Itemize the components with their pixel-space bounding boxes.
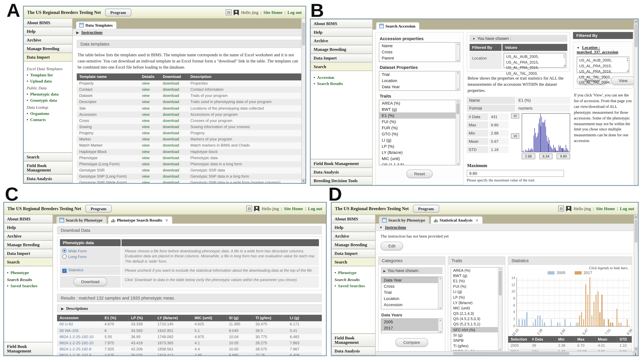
download-link[interactable]: download bbox=[163, 100, 179, 104]
trait-option[interactable]: GTO (%) bbox=[379, 131, 460, 137]
list-option[interactable]: Cross bbox=[379, 49, 460, 55]
category-option[interactable]: Location bbox=[381, 296, 442, 302]
data-years-listbox[interactable]: 20052017 ▲▼ bbox=[381, 318, 442, 333]
download-link[interactable]: download bbox=[163, 181, 179, 184]
view-link[interactable]: view bbox=[142, 137, 150, 141]
sidebar-item[interactable]: Field Book Management bbox=[332, 334, 375, 347]
sidebar-subitem[interactable]: •Genotypic data bbox=[27, 98, 71, 102]
sidebar-item[interactable]: Manage Breeding bbox=[311, 45, 372, 54]
view-link[interactable]: view bbox=[142, 100, 150, 104]
download-link[interactable]: download bbox=[163, 144, 179, 148]
view-link[interactable]: view bbox=[142, 162, 150, 166]
horizontal-scrollbar[interactable]: ❯ bbox=[376, 351, 634, 356]
tab-search-by-phenotype[interactable]: Search by Phenotype bbox=[56, 216, 107, 224]
category-option[interactable]: Accession bbox=[381, 302, 442, 308]
view-link[interactable]: view bbox=[142, 156, 150, 160]
year-option[interactable]: 2017 bbox=[381, 325, 442, 331]
sidebar-subitem[interactable]: •Search Results bbox=[334, 278, 374, 282]
sidebar-subitem[interactable]: •Template list bbox=[27, 73, 71, 77]
list-icon[interactable]: ▤ bbox=[246, 206, 252, 211]
view-link[interactable]: view bbox=[142, 106, 150, 110]
trait-option[interactable]: BWT (g) bbox=[379, 106, 460, 112]
download-link[interactable]: download bbox=[163, 156, 179, 160]
trait-option[interactable]: AREA (%) bbox=[379, 100, 460, 106]
accession-properties-listbox[interactable]: NameCrossParent ▲▼ bbox=[379, 42, 460, 62]
listbox-scrollbar[interactable]: ▲▼ bbox=[438, 277, 442, 309]
download-link[interactable]: download bbox=[163, 137, 179, 141]
accession-link[interactable]: 8824-1-2-25-192-8 bbox=[60, 353, 91, 356]
trait-option[interactable]: QS (4.5,2.5,0,3) bbox=[451, 316, 502, 322]
list-option[interactable]: Name bbox=[379, 43, 460, 49]
compare-button[interactable]: Compare bbox=[396, 338, 428, 347]
traits-listbox[interactable]: AREA (%)BWT (g)E1 (%)FUI (%)FUR (%)GTO (… bbox=[379, 100, 460, 165]
download-link[interactable]: download bbox=[163, 112, 179, 116]
sidebar-item[interactable]: Search bbox=[4, 258, 52, 266]
download-link[interactable]: download bbox=[163, 81, 179, 85]
sidebar-item[interactable]: Data Analysis bbox=[311, 168, 372, 176]
trait-option[interactable]: LP (%) bbox=[451, 294, 502, 300]
year-option[interactable]: 2005 bbox=[381, 319, 442, 325]
sidebar-item[interactable]: Data Analysis bbox=[332, 347, 375, 356]
download-link[interactable]: download bbox=[163, 162, 179, 166]
download-link[interactable]: download bbox=[163, 88, 179, 92]
view-link[interactable]: view bbox=[142, 125, 150, 129]
sidebar-item[interactable]: Breeding Decision Tools bbox=[311, 176, 372, 185]
categories-listbox[interactable]: Data YearCrossTrialLocationAccession ▲▼ bbox=[381, 276, 442, 309]
user-avatar-icon[interactable] bbox=[254, 206, 260, 211]
view-link[interactable]: view bbox=[142, 174, 150, 179]
trait-option[interactable]: MIC (unit) bbox=[451, 306, 502, 311]
traits-listbox[interactable]: AREA (%)BWT (g)E1 (%)FUI (%)LI (g)LP (%)… bbox=[451, 267, 502, 351]
sidebar-item[interactable]: Search bbox=[311, 62, 372, 71]
accession-link[interactable]: 8824-1-2-25-192-10 bbox=[60, 341, 94, 345]
list-option[interactable]: Parent bbox=[379, 55, 460, 61]
logout-link[interactable]: Log out bbox=[620, 206, 634, 211]
listbox-scrollbar[interactable]: ▲▼ bbox=[438, 319, 442, 333]
column-header[interactable]: MIC (unit) bbox=[192, 315, 226, 322]
scroll-up-icon[interactable]: ▲ bbox=[634, 19, 638, 24]
trait-option[interactable]: SI (g) bbox=[451, 332, 502, 338]
sidebar-subitem[interactable]: •Phenotype bbox=[7, 270, 51, 275]
vertical-scrollbar[interactable]: ▲ bbox=[634, 19, 638, 185]
column-header[interactable]: TI (g/tex) bbox=[253, 315, 288, 322]
download-link[interactable]: download bbox=[163, 94, 179, 98]
download-link[interactable]: download bbox=[163, 150, 179, 154]
trait-option[interactable]: LY (lb/acre) bbox=[451, 300, 502, 306]
view-link[interactable]: view bbox=[142, 94, 150, 98]
sidebar-item[interactable]: Help bbox=[332, 223, 375, 232]
user-avatar-icon[interactable] bbox=[566, 206, 572, 211]
sidebar-item[interactable]: Manage Breeding bbox=[4, 240, 52, 249]
sidebar-item[interactable]: Search bbox=[24, 153, 72, 161]
trait-option[interactable]: SFC HVI (%) bbox=[451, 327, 502, 332]
scroll-down-icon[interactable]: ▼ bbox=[302, 179, 305, 183]
list-option[interactable]: Data Year bbox=[379, 84, 460, 90]
hist-x-tick[interactable]: 2.88 bbox=[522, 154, 535, 159]
sidebar-subitem[interactable]: •Accession bbox=[314, 75, 370, 80]
trait-option[interactable]: QS (2,1,4,3) bbox=[451, 311, 502, 316]
sidebar-item[interactable]: Search bbox=[332, 258, 375, 266]
sidebar-subitem[interactable]: •Phenotypic data bbox=[27, 92, 71, 96]
sidebar-item[interactable]: About BIMS bbox=[332, 214, 375, 223]
column-header[interactable]: LY (lb/acre) bbox=[155, 315, 192, 322]
radio-icon[interactable] bbox=[62, 254, 66, 258]
column-header[interactable]: SI (g) bbox=[226, 315, 253, 322]
statistics-checkbox-row[interactable]: ✓Statistics bbox=[60, 266, 121, 275]
accession-list-textarea[interactable]: US_AL_AUB_2005, US_AL_PRA_2015, US_AL_PR… bbox=[577, 56, 629, 73]
view-link[interactable]: view bbox=[142, 150, 150, 154]
trait-option[interactable]: FUI (%) bbox=[379, 118, 460, 125]
reset-button[interactable]: Reset bbox=[406, 170, 433, 178]
sidebar-subitem[interactable]: •Phenotype bbox=[334, 270, 374, 275]
sidebar-subitem[interactable]: •Saved Searches bbox=[334, 284, 374, 288]
sidebar-item[interactable]: Archive bbox=[311, 36, 372, 45]
sidebar-subitem[interactable]: •Search Results bbox=[314, 81, 370, 86]
instructions-toggle[interactable]: ▶Instructions bbox=[73, 29, 306, 36]
vertical-scrollbar[interactable]: ▼ bbox=[301, 18, 305, 183]
view-link[interactable]: view bbox=[142, 181, 150, 184]
download-link[interactable]: download bbox=[163, 174, 179, 179]
site-home-link[interactable]: Site Home bbox=[596, 206, 615, 211]
you-have-chosen-toggle[interactable]: ▶You have chosen . bbox=[381, 267, 442, 274]
category-option[interactable]: Data Year bbox=[381, 277, 442, 283]
download-link[interactable]: download bbox=[163, 106, 179, 110]
trait-option[interactable]: E1 (%) bbox=[379, 112, 460, 118]
sidebar-item[interactable]: Manage Breeding bbox=[24, 44, 72, 53]
download-button[interactable]: Download bbox=[74, 277, 107, 286]
